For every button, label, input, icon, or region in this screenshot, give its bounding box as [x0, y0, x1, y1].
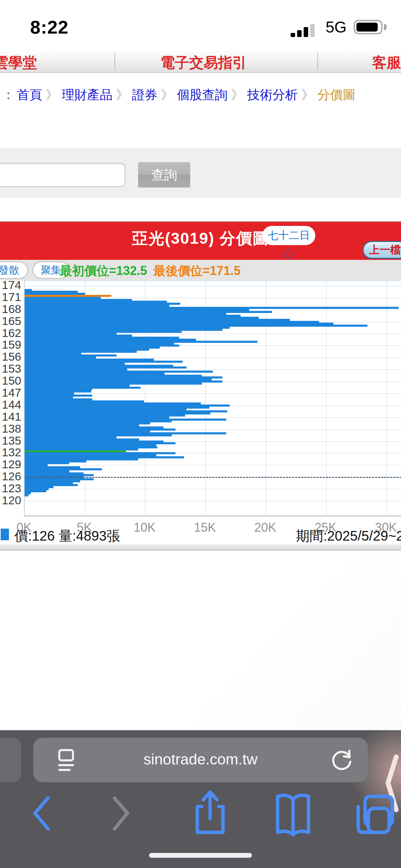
- reload-icon[interactable]: [328, 747, 355, 774]
- tabs-button[interactable]: [353, 791, 398, 839]
- y-tick-label: 165: [0, 314, 21, 328]
- h-gridline: [25, 286, 401, 286]
- crosshair-dashed-line: [25, 477, 401, 478]
- breadcrumb-separator: 》: [161, 88, 173, 102]
- stock-query-section: 查詢: [0, 148, 401, 198]
- y-tick-label: 153: [0, 362, 21, 375]
- y-tick-label: 168: [0, 302, 21, 316]
- chart-toolbar: 發散 聚集 最初價位=132.5 最後價位=171.5: [0, 260, 401, 280]
- volume-bar: [25, 494, 28, 496]
- breadcrumb-separator: 》: [46, 88, 58, 102]
- y-tick-label: 156: [0, 350, 21, 363]
- breadcrumb-link[interactable]: 首頁: [17, 88, 42, 102]
- y-tick-label: 123: [0, 482, 21, 495]
- network-type-label: 5G: [326, 18, 347, 36]
- first-price-label: 最初價位=132.5: [60, 263, 147, 279]
- y-tick-label: 147: [0, 386, 21, 399]
- share-button[interactable]: [188, 788, 232, 839]
- bookmarks-button[interactable]: [271, 791, 315, 839]
- y-tick-label: 138: [0, 422, 21, 435]
- status-bar: 8:22 5G: [0, 0, 401, 50]
- battery-icon: [354, 20, 382, 34]
- query-button[interactable]: 查詢: [138, 162, 190, 188]
- y-tick-label: 135: [0, 434, 21, 447]
- h-gridline: [25, 501, 401, 502]
- breadcrumb-link[interactable]: 理財產品: [62, 88, 112, 102]
- tooltip-price-volume: 價:126 量:4893張: [14, 527, 120, 545]
- breadcrumb-prefix: ：: [2, 88, 15, 102]
- nav-divider: [114, 52, 115, 70]
- period-selector[interactable]: 七十二日 ◇: [262, 226, 315, 245]
- v-gridline: [326, 281, 327, 517]
- y-tick-label: 162: [0, 326, 21, 340]
- legend-color-swatch: [1, 529, 9, 540]
- v-gridline: [266, 281, 266, 517]
- y-tick-label: 129: [0, 458, 21, 471]
- iphone-screen: 8:22 5G 雲學堂 電子交易指引 客服 ：首頁》理財產品》證券》個股查詢》技…: [0, 0, 401, 868]
- chart-footer: 價:126 量:4893張 期間:2025/5/29~2: [0, 527, 401, 544]
- breadcrumb-link[interactable]: 技術分析: [247, 88, 298, 102]
- price-volume-chart: 1741711681651621591561531501471441411381…: [0, 280, 401, 542]
- forward-button[interactable]: [109, 795, 133, 832]
- section-divider: [0, 544, 401, 551]
- status-time: 8:22: [30, 16, 69, 38]
- adjacent-tab-edge[interactable]: [0, 738, 21, 782]
- previous-stock-button[interactable]: 上一檔: [363, 241, 401, 259]
- date-range-label: 期間:2025/5/29~2: [296, 527, 401, 545]
- y-tick-label: 171: [0, 290, 21, 304]
- y-tick-label: 141: [0, 410, 21, 423]
- browser-chrome: sinotrade.com.tw: [0, 730, 401, 868]
- y-tick-label: 132: [0, 446, 21, 459]
- nav-item-cloud-school[interactable]: 雲學堂: [0, 53, 37, 72]
- h-gridline: [25, 465, 401, 466]
- last-price-label: 最後價位=171.5: [153, 263, 241, 279]
- home-indicator[interactable]: [149, 853, 252, 858]
- nav-item-etrading-guide[interactable]: 電子交易指引: [160, 53, 247, 72]
- breadcrumb-separator: 》: [301, 88, 314, 102]
- nav-item-customer-service[interactable]: 客服: [372, 53, 401, 72]
- chart-header-band: 亞光(3019) 分價圖 七十二日 ◇ 上一檔: [0, 221, 401, 260]
- breadcrumb-link[interactable]: 證券: [132, 88, 157, 102]
- back-button[interactable]: [29, 795, 53, 832]
- top-nav: 雲學堂 電子交易指引 客服: [0, 50, 401, 73]
- breadcrumb-current: 分價圖: [317, 88, 355, 102]
- y-tick-label: 126: [0, 470, 21, 483]
- url-text[interactable]: sinotrade.com.tw: [33, 751, 368, 768]
- breadcrumb: ：首頁》理財產品》證券》個股查詢》技術分析》分價圖: [2, 86, 401, 104]
- url-bar[interactable]: sinotrade.com.tw: [33, 738, 368, 782]
- nav-divider: [317, 52, 318, 70]
- y-tick-label: 120: [0, 494, 21, 507]
- y-tick-label: 174: [0, 278, 21, 292]
- page-blank-area: [0, 552, 401, 730]
- breadcrumb-link[interactable]: 個股查詢: [177, 88, 228, 102]
- cellular-signal-icon: [291, 24, 319, 37]
- h-gridline: [25, 393, 401, 394]
- tab-diverge[interactable]: 發散: [0, 262, 28, 279]
- breadcrumb-separator: 》: [116, 88, 129, 102]
- y-tick-label: 159: [0, 338, 21, 351]
- battery-nub: [384, 24, 387, 30]
- y-tick-label: 150: [0, 374, 21, 387]
- h-gridline: [25, 489, 401, 490]
- stock-code-input[interactable]: [0, 163, 125, 187]
- v-gridline: [386, 281, 387, 517]
- breadcrumb-separator: 》: [231, 88, 244, 102]
- plot-area: [24, 280, 401, 516]
- y-tick-label: 144: [0, 398, 21, 411]
- page-title: 亞光(3019) 分價圖: [0, 228, 401, 249]
